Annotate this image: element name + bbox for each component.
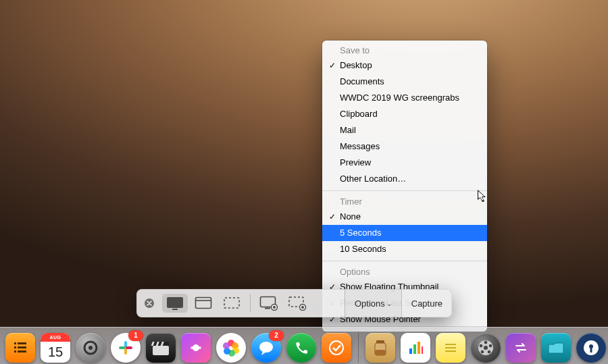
svg-rect-19 xyxy=(14,350,16,353)
dock-app-folder[interactable] xyxy=(541,333,571,363)
gear-icon xyxy=(81,338,100,357)
capture-window-button[interactable] xyxy=(191,294,216,313)
checkmark-icon: ✓ xyxy=(328,211,337,223)
svg-point-33 xyxy=(193,344,199,351)
menu-item-timer-10s[interactable]: 10 Seconds xyxy=(322,241,487,257)
reel-icon xyxy=(476,338,495,357)
record-app-icon xyxy=(187,339,205,357)
menu-divider xyxy=(322,190,487,191)
slack-icon xyxy=(116,338,135,357)
svg-rect-20 xyxy=(18,350,26,353)
menu-item-desktop[interactable]: ✓Desktop xyxy=(322,57,487,74)
calendar-month: AUG xyxy=(41,333,70,342)
svg-rect-16 xyxy=(18,342,26,344)
svg-rect-62 xyxy=(590,347,592,353)
selection-icon xyxy=(223,296,240,310)
dock-app-photos[interactable] xyxy=(216,333,246,363)
menu-item-custom-folder[interactable]: WWDC 2019 WG screengrabs xyxy=(322,90,487,106)
window-icon xyxy=(195,296,212,310)
svg-rect-27 xyxy=(153,346,169,355)
dock-app-quicktime[interactable] xyxy=(471,333,501,363)
menu-item-messages[interactable]: Messages xyxy=(322,138,487,155)
dock-app-messages[interactable]: 2 xyxy=(251,333,281,363)
badge: 1 xyxy=(128,330,143,341)
menu-section-timer: Timer xyxy=(322,194,487,209)
dock-app-1password[interactable] xyxy=(576,333,606,363)
svg-point-58 xyxy=(481,350,484,354)
svg-point-54 xyxy=(484,346,488,350)
svg-rect-45 xyxy=(375,350,386,355)
capture-entire-screen-button[interactable] xyxy=(162,294,188,313)
screenshot-toolbar: Options⌄ Capture xyxy=(136,289,452,317)
dock-app-numbers[interactable] xyxy=(401,333,430,363)
screen-icon xyxy=(166,296,184,310)
calendar-day: 15 xyxy=(41,342,70,363)
bar-chart-icon xyxy=(407,339,424,357)
dock-app-omnifocus[interactable] xyxy=(322,333,351,363)
capture-selection-button[interactable] xyxy=(219,294,245,313)
dock-app-facetime[interactable] xyxy=(286,333,316,363)
close-icon xyxy=(144,298,155,309)
record-mode-group xyxy=(253,294,313,313)
dock: AUG15 1 2 xyxy=(0,325,608,363)
svg-point-40 xyxy=(259,342,273,353)
svg-rect-17 xyxy=(14,346,16,348)
svg-rect-4 xyxy=(172,309,178,310)
svg-point-42 xyxy=(330,341,343,355)
svg-rect-48 xyxy=(417,342,420,354)
record-entire-screen-button[interactable] xyxy=(256,294,282,313)
dock-app-omnioutliner[interactable] xyxy=(5,333,35,363)
lock-icon xyxy=(582,339,600,357)
svg-rect-49 xyxy=(422,346,423,354)
clapperboard-icon xyxy=(151,338,171,358)
svg-marker-41 xyxy=(261,351,266,355)
menu-section-save-to: Save to xyxy=(322,43,487,57)
record-selection-button[interactable] xyxy=(284,294,310,313)
options-label: Options xyxy=(355,298,385,309)
menu-item-documents[interactable]: Documents xyxy=(322,74,487,90)
menu-section-options: Options xyxy=(322,265,487,279)
dock-app-slack[interactable]: 1 xyxy=(111,333,141,363)
desktop-wallpaper: Save to ✓Desktop Documents WWDC 2019 WG … xyxy=(0,0,608,364)
screen-record-icon xyxy=(259,296,278,311)
dock-app-calendar[interactable]: AUG15 xyxy=(41,333,70,363)
menu-item-preview[interactable]: Preview xyxy=(322,155,487,171)
dock-app-final-cut[interactable] xyxy=(146,333,176,363)
svg-point-22 xyxy=(88,346,93,350)
photos-icon xyxy=(221,338,241,358)
messages-icon xyxy=(257,339,275,357)
selection-record-icon xyxy=(288,296,307,311)
capture-button[interactable]: Capture xyxy=(401,289,452,317)
close-button[interactable] xyxy=(142,296,157,311)
swap-icon xyxy=(513,340,529,356)
svg-rect-47 xyxy=(413,344,416,354)
dock-app-permute[interactable] xyxy=(506,333,536,363)
svg-rect-7 xyxy=(224,298,239,308)
menu-item-clipboard[interactable]: Clipboard xyxy=(322,106,487,122)
svg-rect-46 xyxy=(409,348,412,354)
svg-rect-3 xyxy=(167,297,183,308)
checkmark-icon: ✓ xyxy=(328,59,337,72)
svg-point-11 xyxy=(273,306,276,309)
svg-point-57 xyxy=(488,350,491,354)
badge: 2 xyxy=(269,330,284,341)
svg-rect-15 xyxy=(14,342,16,344)
menu-item-timer-5s[interactable]: 5 Seconds xyxy=(322,225,487,241)
svg-rect-5 xyxy=(196,298,211,309)
phone-icon xyxy=(293,340,309,356)
notes-icon xyxy=(442,339,459,357)
jar-icon xyxy=(372,338,389,358)
dock-app-system-preferences[interactable] xyxy=(76,333,105,363)
toolbar-separator xyxy=(250,294,251,312)
menu-divider xyxy=(322,261,487,261)
svg-point-56 xyxy=(489,344,492,348)
chevron-down-icon: ⌄ xyxy=(386,300,392,307)
dock-app-transmit[interactable] xyxy=(365,333,395,363)
menu-item-timer-none[interactable]: ✓None xyxy=(322,209,487,225)
menu-item-other-location[interactable]: Other Location… xyxy=(322,171,487,187)
dock-app-screenflow[interactable] xyxy=(181,333,211,363)
dock-app-notes[interactable] xyxy=(436,333,465,363)
svg-rect-9 xyxy=(265,308,270,309)
options-button[interactable]: Options⌄ xyxy=(345,289,401,317)
menu-item-mail[interactable]: Mail xyxy=(322,122,487,138)
